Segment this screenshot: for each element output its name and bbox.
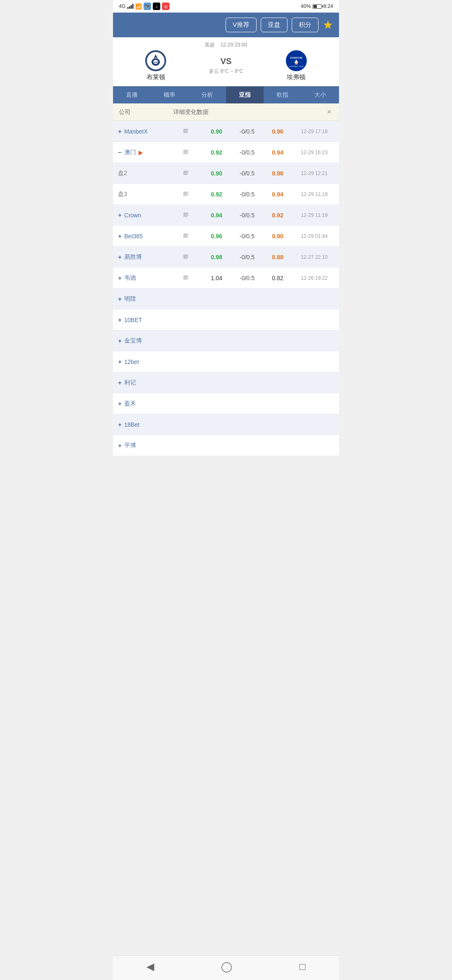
odds-home: 0.98	[201, 254, 232, 260]
handicap-value: -0/0.5	[232, 149, 262, 156]
expand-icon[interactable]: +	[118, 211, 122, 219]
odds-away: 0.96	[262, 170, 293, 177]
tab-euro-index[interactable]: 欧指	[264, 87, 301, 103]
odds-cells: 即 1.04 -0/0.5 0.82 12-26 19:22	[167, 270, 339, 286]
table-row: − 澳门 ▶ 即 0.92 -0/0.5 0.94 12-29 16:23	[113, 142, 339, 163]
table-row: 盘2 即 0.90 -0/0.5 0.96 12-29 12:21	[113, 163, 339, 184]
close-detail-button[interactable]: ×	[325, 108, 333, 116]
company-name[interactable]: 易胜博	[124, 253, 142, 261]
score-button[interactable]: 积分	[292, 18, 318, 32]
company-cell: + 18Bet	[113, 417, 167, 432]
company-name[interactable]: 澳门	[124, 149, 136, 156]
company-name: 盘2	[118, 170, 127, 177]
league-name: 英超	[205, 42, 215, 48]
company-name[interactable]: 12bet	[124, 358, 139, 365]
company-name[interactable]: Crown	[124, 212, 141, 219]
away-team: EVERTON FOOTBALL CLUB 埃弗顿	[275, 50, 317, 81]
expand-icon[interactable]: +	[118, 379, 122, 386]
update-time: 12-26 19:22	[293, 275, 336, 281]
expand-icon[interactable]: +	[118, 400, 122, 407]
handicap-value: -0/0.5	[232, 275, 262, 281]
match-header: 英超 12-29 23:00 ALBION 布莱顿 VS 多云 8°C ~ 9°…	[113, 37, 339, 86]
tab-odds[interactable]: 概率	[151, 87, 188, 103]
svg-rect-7	[295, 63, 298, 64]
instant-label: 即	[171, 274, 201, 282]
away-team-logo: EVERTON FOOTBALL CLUB	[286, 50, 307, 71]
detail-label: 详细变化数据	[173, 108, 208, 116]
expand-icon[interactable]: +	[118, 337, 122, 344]
tab-live[interactable]: 直播	[113, 87, 151, 103]
company-cell: + 易胜博	[113, 249, 167, 265]
expand-icon[interactable]: +	[118, 253, 122, 260]
company-name[interactable]: 18Bet	[124, 421, 140, 428]
company-name[interactable]: Bet365	[124, 233, 143, 240]
instant-label: 即	[171, 191, 201, 198]
odds-cells: 即 0.90 -0/0.5 0.96 12-29 17:18	[167, 124, 339, 139]
expand-icon[interactable]: +	[118, 274, 122, 281]
company-cell: 盘2	[113, 165, 167, 181]
table-row: + 12bet	[113, 351, 339, 372]
table-row: + Crown 即 0.94 -0/0.5 0.92 12-29 11:19	[113, 205, 339, 226]
company-cell: 盘3	[113, 186, 167, 202]
update-time: 12-29 11:19	[293, 212, 336, 218]
company-name[interactable]: 10BET	[124, 317, 142, 323]
odds-cells: 即 0.94 -0/0.5 0.92 12-29 11:19	[167, 207, 339, 223]
table-row: + 韦德 即 1.04 -0/0.5 0.82 12-26 19:22	[113, 268, 339, 289]
table-row: 盘3 即 0.92 -0/0.5 0.94 12-29 11:19	[113, 184, 339, 205]
time-display: 8:24	[324, 3, 333, 9]
table-row: + 10BET	[113, 309, 339, 330]
table-row: + 18Bet	[113, 414, 339, 435]
expand-icon[interactable]: +	[118, 295, 122, 302]
company-name[interactable]: 利记	[124, 379, 136, 387]
handicap-value: -0/0.5	[232, 191, 262, 198]
v-recommend-button[interactable]: V推荐	[226, 18, 257, 32]
company-name[interactable]: 盈禾	[124, 400, 136, 407]
tab-analysis[interactable]: 分析	[188, 87, 226, 103]
company-name[interactable]: 平博	[124, 442, 136, 449]
expand-icon[interactable]: +	[118, 316, 122, 323]
expand-icon[interactable]: +	[118, 232, 122, 240]
expand-icon[interactable]: +	[118, 358, 122, 365]
odds-away: 0.82	[262, 275, 293, 281]
company-name: 盘3	[118, 191, 127, 198]
company-name[interactable]: ManbetX	[124, 128, 148, 135]
handicap-value: -0/0.5	[232, 170, 262, 177]
odds-home: 0.90	[201, 128, 232, 135]
odds-away: 0.92	[262, 212, 293, 219]
instant-label: 即	[171, 232, 201, 240]
table-row: + 盈禾	[113, 393, 339, 414]
wifi-icon: 📶	[135, 3, 142, 10]
expand-icon[interactable]: +	[118, 421, 122, 428]
tab-asian-index[interactable]: 亚指	[226, 87, 264, 103]
signal-bars-icon	[127, 4, 134, 9]
expand-icon[interactable]: +	[118, 128, 122, 135]
match-datetime: 12-29 23:00	[221, 42, 247, 48]
battery-icon	[313, 4, 322, 9]
collapse-icon[interactable]: −	[118, 149, 122, 156]
odds-cells: 即 0.92 -0/0.5 0.94 12-29 16:23	[167, 144, 339, 160]
instant-label: 即	[171, 128, 201, 135]
table-row: + 利记	[113, 372, 339, 393]
handicap-value: -0/0.5	[232, 233, 262, 240]
asian-handicap-button[interactable]: 亚盘	[261, 18, 288, 32]
company-name[interactable]: 金宝博	[124, 337, 142, 345]
company-name[interactable]: 韦德	[124, 274, 136, 282]
company-cell: + 平博	[113, 438, 167, 454]
company-cell: + Bet365	[113, 228, 167, 244]
tab-size[interactable]: 大小	[301, 87, 339, 103]
app-icon-tiktok: ♪	[153, 3, 160, 10]
status-left: 4G 📶 🦅 ♪ ◎	[119, 3, 170, 10]
update-time: 12-29 11:19	[293, 191, 336, 197]
odds-home: 0.96	[201, 233, 232, 240]
update-time: 12-29 12:21	[293, 170, 336, 176]
home-team: ALBION 布莱顿	[135, 50, 177, 81]
table-row: + 易胜博 即 0.98 -0/0.5 0.88 12-27 22:10	[113, 247, 339, 268]
signal-label: 4G	[119, 3, 126, 9]
home-team-logo: ALBION	[145, 50, 166, 71]
home-team-name: 布莱顿	[146, 73, 165, 81]
update-time: 12-29 17:18	[293, 129, 336, 134]
expand-icon[interactable]: +	[118, 442, 122, 449]
company-name[interactable]: 明陞	[124, 295, 136, 303]
favorite-star-button[interactable]: ★	[323, 18, 333, 32]
handicap-value: -0/0.5	[232, 254, 262, 260]
